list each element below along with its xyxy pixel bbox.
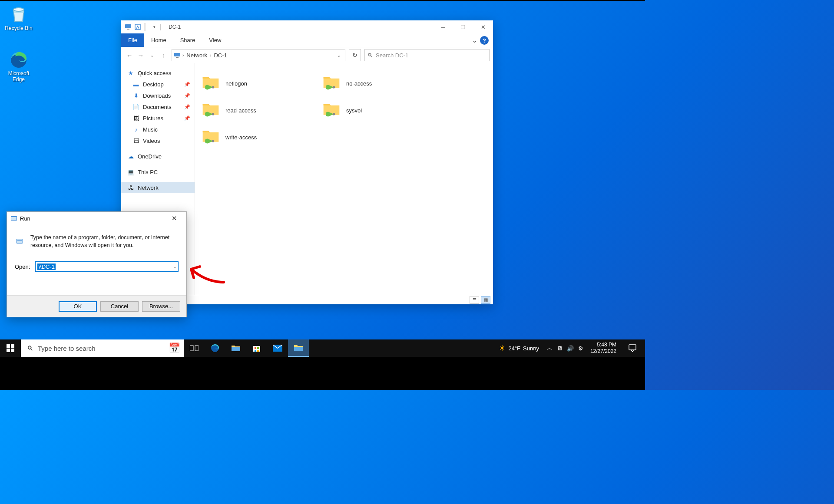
task-view-button[interactable] xyxy=(184,339,205,357)
nav-pictures[interactable]: 🖼Pictures📌 xyxy=(121,112,195,124)
weather-temp: 24°F xyxy=(508,345,520,352)
maximize-button[interactable]: ☐ xyxy=(453,20,473,33)
back-button[interactable]: ← xyxy=(125,50,134,60)
svg-rect-27 xyxy=(257,350,259,352)
news-icon: 📅 xyxy=(169,343,180,354)
up-button[interactable]: ↑ xyxy=(159,50,168,60)
share-item-sysvol[interactable]: sysvol xyxy=(320,97,441,124)
share-folder-icon xyxy=(322,73,341,94)
share-item-read-access[interactable]: read-access xyxy=(199,97,320,124)
nav-music[interactable]: ♪Music xyxy=(121,124,195,135)
minimize-button[interactable]: ─ xyxy=(433,20,453,33)
tray-chevron-icon[interactable]: ︿ xyxy=(547,344,553,352)
content-pane[interactable]: netlogon no-access read-access sysvol wr… xyxy=(195,63,493,295)
run-ok-button[interactable]: OK xyxy=(59,301,97,312)
tray-volume-icon[interactable]: 🔊 xyxy=(567,345,574,352)
taskbar-edge[interactable] xyxy=(205,339,225,357)
desktop-icon: ▬ xyxy=(132,81,139,88)
help-icon[interactable]: ? xyxy=(480,36,489,45)
nav-downloads[interactable]: ⬇Downloads📌 xyxy=(121,90,195,101)
nav-videos[interactable]: 🎞Videos xyxy=(121,135,195,146)
nav-desktop[interactable]: ▬Desktop📌 xyxy=(121,79,195,90)
run-browse-button[interactable]: Browse... xyxy=(142,301,180,312)
close-button[interactable]: ✕ xyxy=(473,20,493,33)
documents-icon: 📄 xyxy=(132,103,139,110)
refresh-button[interactable]: ↻ xyxy=(349,49,361,61)
tray-security-icon[interactable]: ⚙ xyxy=(578,345,583,352)
desktop-icon-label: Recycle Bin xyxy=(2,25,36,31)
computer-icon xyxy=(125,23,132,30)
share-item-write-access[interactable]: write-access xyxy=(199,124,320,151)
breadcrumb-network[interactable]: Network xyxy=(185,52,208,59)
clock-time: 5:48 PM xyxy=(590,342,616,348)
tab-view[interactable]: View xyxy=(202,33,228,47)
search-icon: 🔍︎ xyxy=(367,52,373,59)
taskbar-mail[interactable] xyxy=(267,339,288,357)
chevron-down-icon[interactable]: ⌄ xyxy=(334,53,343,58)
notifications-button[interactable] xyxy=(623,344,642,352)
share-folder-icon xyxy=(201,127,220,148)
properties-icon[interactable] xyxy=(134,23,141,30)
svg-point-10 xyxy=(333,113,335,115)
tiles-view-button[interactable]: ▦ xyxy=(481,296,490,304)
nav-documents[interactable]: 📄Documents📌 xyxy=(121,101,195,112)
taskbar-search[interactable]: 🔍︎ Type here to search 📅 xyxy=(21,339,184,357)
titlebar[interactable]: ▏ ▾ | DC-1 ─ ☐ ✕ xyxy=(121,20,493,33)
svg-point-7 xyxy=(212,86,215,89)
taskbar-store[interactable] xyxy=(246,339,267,357)
svg-rect-26 xyxy=(255,350,256,352)
share-label: netlogon xyxy=(225,80,247,87)
details-view-button[interactable]: ☰ xyxy=(470,296,479,304)
start-button[interactable] xyxy=(0,339,21,357)
nav-quick-access[interactable]: ★Quick access xyxy=(121,67,195,79)
tray-display-icon[interactable]: 🖥 xyxy=(557,345,563,352)
tab-share[interactable]: Share xyxy=(173,33,202,47)
downloads-icon: ⬇ xyxy=(132,92,139,99)
run-open-input[interactable]: \\DC-1 ⌄ xyxy=(35,261,179,272)
qat-dropdown-icon[interactable]: ▾ xyxy=(153,25,156,29)
pin-icon: 📌 xyxy=(184,93,190,99)
run-cancel-button[interactable]: Cancel xyxy=(100,301,139,312)
taskbar-weather[interactable]: ☀ 24°F Sunny xyxy=(499,343,539,353)
forward-button[interactable]: → xyxy=(136,50,146,60)
nav-onedrive[interactable]: ☁OneDrive xyxy=(121,151,195,162)
run-description: Type the name of a program, folder, docu… xyxy=(30,234,179,249)
onedrive-icon: ☁ xyxy=(127,153,134,160)
share-item-netlogon[interactable]: netlogon xyxy=(199,70,320,97)
chevron-down-icon[interactable]: ⌄ xyxy=(173,264,176,269)
weather-cond: Sunny xyxy=(523,345,539,352)
letterbox-bottom xyxy=(0,357,645,390)
desktop-icon-recycle-bin[interactable]: Recycle Bin xyxy=(2,3,36,31)
search-input[interactable]: 🔍︎ Search DC-1 xyxy=(364,49,490,61)
taskbar-clock[interactable]: 5:48 PM 12/27/2022 xyxy=(588,342,619,355)
windows-icon xyxy=(7,344,14,352)
clock-date: 12/27/2022 xyxy=(590,348,616,355)
run-open-value: \\DC-1 xyxy=(37,264,56,270)
tab-home[interactable]: Home xyxy=(144,33,173,47)
nav-network[interactable]: 🖧Network xyxy=(121,182,195,193)
svg-point-9 xyxy=(212,113,215,115)
recent-dropdown-icon[interactable]: ⌄ xyxy=(147,50,157,60)
breadcrumb-dc1[interactable]: DC-1 xyxy=(213,52,228,59)
share-item-no-access[interactable]: no-access xyxy=(320,70,441,97)
svg-rect-5 xyxy=(174,53,180,56)
desktop-icon-edge[interactable]: Microsoft Edge xyxy=(2,49,36,83)
run-close-button[interactable]: ✕ xyxy=(165,214,183,222)
run-titlebar[interactable]: Run ✕ xyxy=(7,212,186,225)
search-icon: 🔍︎ xyxy=(27,345,33,352)
chevron-right-icon[interactable]: › xyxy=(210,53,211,58)
nav-this-pc[interactable]: 💻This PC xyxy=(121,166,195,178)
share-folder-icon xyxy=(201,73,220,94)
taskbar-explorer[interactable] xyxy=(225,339,246,357)
address-bar[interactable]: › Network › DC-1 ⌄ xyxy=(172,49,345,61)
svg-rect-29 xyxy=(629,345,636,350)
chevron-right-icon[interactable]: › xyxy=(182,53,184,58)
ribbon-chevron-icon[interactable]: ⌄ xyxy=(469,33,480,47)
svg-rect-16 xyxy=(7,344,10,348)
svg-rect-24 xyxy=(255,347,256,349)
edge-icon xyxy=(8,49,29,69)
taskbar-explorer-active[interactable] xyxy=(288,339,309,357)
ribbon-tabs: File Home Share View ⌄ ? xyxy=(121,33,493,47)
pin-icon: 📌 xyxy=(184,104,190,110)
tab-file[interactable]: File xyxy=(121,33,144,47)
